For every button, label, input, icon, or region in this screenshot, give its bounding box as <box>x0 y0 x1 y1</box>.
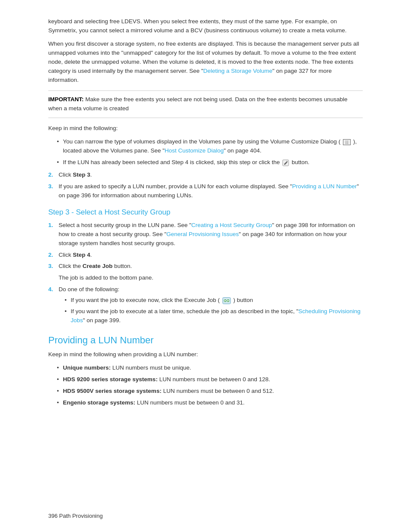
bullet-item-2: If the LUN has already been selected and… <box>57 158 363 167</box>
step4-sub1: If you want the job to execute now, clic… <box>65 296 363 305</box>
important-text: Make sure the free extents you select ar… <box>48 96 348 112</box>
step3-numbered-list: Select a host security group in the LUN … <box>48 221 363 271</box>
providing-lun-number-link-1[interactable]: Providing a LUN Number <box>292 183 357 190</box>
lun-bullet-2: HDS 9200 series storage systems: LUN num… <box>57 375 363 384</box>
lun-b3-bold: HDS 9500V series storage systems: <box>63 388 162 394</box>
s1-step3: Click the Create Job button. <box>48 262 363 271</box>
lun-b1-bold: Unique numbers: <box>63 364 111 371</box>
step-3: If you are asked to specify a LUN number… <box>48 182 363 200</box>
lun-b4-bold: Engenio storage systems: <box>63 399 135 406</box>
indented-bottom-pane: The job is added to the bottom pane. <box>59 274 363 283</box>
host-customize-dialog-link[interactable]: Host Customize Dialog <box>165 147 224 154</box>
lun-bullet-1: Unique numbers: LUN numbers must be uniq… <box>57 364 363 373</box>
step4-sub-list: If you want the job to execute now, clic… <box>65 296 363 325</box>
intro-bullet-list: You can narrow the type of volumes displ… <box>57 137 363 167</box>
step4-sub2: If you want the job to execute at a late… <box>65 307 363 325</box>
page-footer: 396 Path Provisioning <box>48 513 103 519</box>
page-container: keyboard and selecting free LDEVS. When … <box>0 0 411 532</box>
important-label: IMPORTANT: <box>48 96 84 103</box>
lun-bullet-3: HDS 9500V series storage systems: LUN nu… <box>57 387 363 396</box>
intro-paragraph-2: When you first discover a storage system… <box>48 40 363 85</box>
lun-keep-in-mind: Keep in mind the following when providin… <box>48 350 363 359</box>
keep-in-mind-text: Keep in mind the following: <box>48 124 363 133</box>
general-provisioning-issues-link[interactable]: General Provisioning Issues <box>166 231 239 237</box>
bullet-item-1: You can narrow the type of volumes displ… <box>57 137 363 156</box>
providing-lun-number-heading: Providing a LUN Number <box>48 335 363 346</box>
creating-host-security-group-link[interactable]: Creating a Host Security Group <box>191 222 272 228</box>
lun-bullet-list: Unique numbers: LUN numbers must be uniq… <box>57 364 363 408</box>
s1-step2-bold: Step 4 <box>73 252 90 258</box>
step3-section-heading: Step 3 - Select a Host Security Group <box>48 208 363 217</box>
execute-job-icon <box>222 297 231 305</box>
customize-dialog-icon: ☷ <box>343 139 351 145</box>
intro-paragraph-1: keyboard and selecting free LDEVS. When … <box>48 17 363 35</box>
s1-step2: Click Step 4. <box>48 251 363 260</box>
step-2: Click Step 3. <box>48 171 363 180</box>
important-box: IMPORTANT: Make sure the free extents yo… <box>48 90 363 118</box>
step4-list: Do one of the following: If you want the… <box>48 285 363 325</box>
edit-icon <box>282 159 289 166</box>
s1-step4: Do one of the following: If you want the… <box>48 285 363 325</box>
deleting-storage-volume-link[interactable]: Deleting a Storage Volume <box>203 68 273 74</box>
s1-step3-bold: Create Job <box>83 263 113 269</box>
s1-step1: Select a host security group in the LUN … <box>48 221 363 248</box>
lun-b2-bold: HDS 9200 series storage systems: <box>63 376 158 383</box>
lun-bullet-4: Engenio storage systems: LUN numbers mus… <box>57 398 363 408</box>
steps-list: Click Step 3. If you are asked to specif… <box>48 171 363 200</box>
step2-bold: Step 3 <box>73 171 90 178</box>
